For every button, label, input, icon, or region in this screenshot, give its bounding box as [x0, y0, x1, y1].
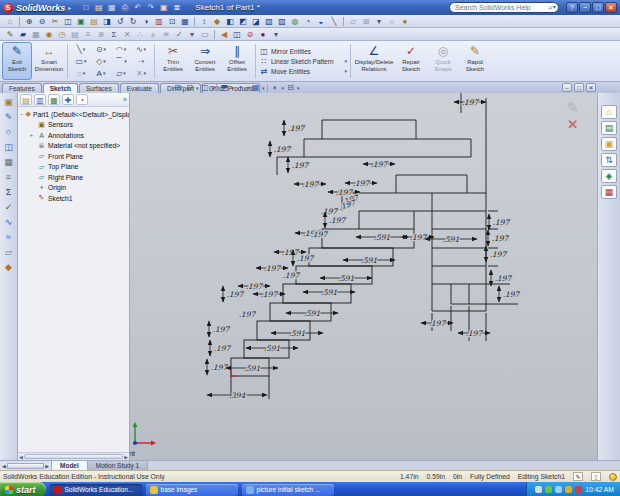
clock[interactable]: 10:42 AM	[585, 486, 614, 493]
dimension-label[interactable]: .197	[321, 207, 339, 216]
dropdown-arrow-icon[interactable]: ▾	[83, 70, 86, 76]
dimension-label[interactable]: .197	[493, 218, 511, 227]
dimension-label[interactable]: .197	[302, 180, 320, 189]
dimension-label[interactable]: .197	[292, 161, 310, 170]
dimension-label[interactable]: .197	[429, 319, 447, 328]
feature-manager-tab-icon[interactable]: ✚	[62, 94, 74, 105]
toolbar-icon[interactable]: Σ	[108, 29, 120, 40]
tree-horizontal-scrollbar[interactable]: ◀ ▶	[18, 452, 129, 460]
dropdown-arrow-icon[interactable]: ▾	[124, 46, 127, 52]
sketch-entity-button[interactable]: ◠▾	[111, 43, 131, 55]
tray-icon[interactable]	[555, 486, 562, 493]
dimension-label[interactable]: .197	[466, 329, 484, 338]
sketch-entity-button[interactable]: ·▾	[131, 55, 151, 67]
toolbar-icon[interactable]: ↻	[127, 16, 139, 27]
toolbar-icon[interactable]: ⊡	[166, 16, 178, 27]
dimension-label[interactable]: .591	[304, 309, 321, 318]
toolbar-icon[interactable]: ○	[386, 16, 398, 27]
sketch-entity-button[interactable]: ╲▾	[71, 43, 91, 55]
rapid-sketch-button[interactable]: ✎ Rapid Sketch	[460, 42, 490, 80]
toolbar-icon[interactable]: ⊘	[244, 29, 256, 40]
left-toolbar-icon[interactable]: ✓	[2, 201, 15, 213]
tray-icon[interactable]	[545, 486, 552, 493]
dimension-label[interactable]: .197	[288, 124, 306, 133]
dimension-label[interactable]: .591	[244, 364, 261, 373]
dimension-label[interactable]: .591	[443, 235, 460, 244]
view-tool-icon[interactable]: ⬒	[219, 83, 230, 92]
cancel-sketch-icon[interactable]: ✕	[566, 117, 579, 132]
dropdown-arrow-icon[interactable]: ▾	[262, 85, 265, 91]
feature-manager-tab-icon[interactable]: ◔	[76, 94, 88, 105]
toolbar-icon[interactable]: ◍	[289, 16, 301, 27]
smart-dimension-button[interactable]: ↔ Smart Dimension	[34, 42, 64, 80]
scroll-right-icon[interactable]: ▶	[124, 454, 128, 460]
view-tool-icon[interactable]: ◫	[200, 83, 211, 92]
minimize-button[interactable]: −	[579, 2, 591, 13]
dropdown-arrow-icon[interactable]: ▾	[231, 85, 234, 91]
toolbar-icon[interactable]: ●	[399, 16, 411, 27]
quick-access-icon[interactable]: ▤	[93, 2, 104, 13]
restore-button[interactable]: □	[592, 2, 604, 13]
view-tool-icon[interactable]: ◐	[270, 83, 281, 92]
dimension-label[interactable]: .197	[462, 98, 480, 107]
quick-access-icon[interactable]: ▣	[158, 2, 169, 13]
search-input[interactable]	[455, 4, 546, 11]
tree-item-front-plane[interactable]: ▱Front Plane	[20, 151, 129, 162]
toolbar-icon[interactable]: ±	[147, 29, 159, 40]
dimension-label[interactable]: .197	[495, 274, 513, 283]
tree-expand-icon[interactable]: −	[20, 111, 24, 117]
left-toolbar-icon[interactable]: Σ	[2, 186, 15, 198]
toolbar-icon[interactable]: ✕	[121, 29, 133, 40]
toolbar-icon[interactable]: ◀	[218, 29, 230, 40]
toolbar-icon[interactable]: ▰	[17, 29, 29, 40]
toolbar-icon[interactable]: ↕	[198, 16, 210, 27]
task-pane-icon[interactable]: ⇅	[601, 153, 617, 167]
toolbar-icon[interactable]: ▭	[199, 29, 211, 40]
quick-snaps-button[interactable]: ◎ Quick Snaps	[428, 42, 458, 80]
dimension-label[interactable]: .197	[261, 290, 279, 299]
toolbar-icon[interactable]: ◩	[237, 16, 249, 27]
view-tool-icon[interactable]: ▦	[250, 83, 261, 92]
toolbar-icon[interactable]: ▦	[179, 16, 191, 27]
toolbar-icon[interactable]: ▤	[88, 16, 100, 27]
toolbar-icon[interactable]: ▾	[270, 29, 282, 40]
more-tabs-icon[interactable]: »	[123, 96, 127, 103]
task-pane-icon[interactable]: ▤	[601, 121, 617, 135]
dropdown-arrow-icon[interactable]: ▾	[123, 70, 126, 76]
tree-item-sketch1[interactable]: ✎Sketch1	[20, 193, 129, 204]
quick-access-icon[interactable]: ↷	[145, 2, 156, 13]
doc-minimize-button[interactable]: –	[562, 83, 572, 92]
dimension-label[interactable]: .197	[211, 363, 229, 372]
help-indicator-icon[interactable]	[609, 473, 617, 481]
toolbar-icon[interactable]: ◑	[140, 16, 152, 27]
toolbar-icon[interactable]: ▦	[30, 29, 42, 40]
toolbar-icon[interactable]: ◷	[56, 29, 68, 40]
quick-access-icon[interactable]: ⎙	[119, 2, 130, 13]
toolbar-icon[interactable]: ▱	[347, 16, 359, 27]
toolbar-icon[interactable]: ▾	[373, 16, 385, 27]
dimension-label[interactable]: .197	[329, 216, 347, 225]
tree-item-material-not-specified-[interactable]: ≣Material <not specified>	[20, 141, 129, 152]
offset-entities-button[interactable]: ∥ Offset Entities	[222, 42, 252, 80]
tray-icon[interactable]	[575, 486, 582, 493]
dropdown-arrow-icon[interactable]: ▾	[344, 68, 347, 74]
dimension-label[interactable]: .197	[311, 230, 329, 239]
dropdown-arrow-icon[interactable]: ▾	[282, 85, 285, 91]
task-pane-icon[interactable]: ◈	[601, 169, 617, 183]
sketch-entity-button[interactable]: A▾	[91, 67, 111, 79]
left-toolbar-icon[interactable]: ◆	[2, 261, 15, 273]
sketch-entity-button[interactable]: ⊙▾	[91, 43, 111, 55]
toolbar-icon[interactable]: ✓	[173, 29, 185, 40]
dimension-label[interactable]: .394	[229, 391, 246, 400]
graphics-area[interactable]: .197.197.197.197.197.197.197.197.197.197…	[130, 93, 597, 460]
toolbar-icon[interactable]: ◔	[302, 16, 314, 27]
left-toolbar-icon[interactable]: ○	[2, 126, 15, 138]
search-icon[interactable]: ⌕▾	[548, 3, 556, 13]
doc-restore-button[interactable]: □	[574, 83, 584, 92]
scroll-thumb[interactable]	[7, 463, 44, 469]
toolbar-icon[interactable]: ◪	[250, 16, 262, 27]
toolbar-icon[interactable]: ◨	[101, 16, 113, 27]
left-toolbar-icon[interactable]: ▣	[2, 96, 15, 108]
dimension-label[interactable]: .197	[283, 271, 301, 280]
view-tool-icon[interactable]: ⊡	[184, 83, 195, 92]
